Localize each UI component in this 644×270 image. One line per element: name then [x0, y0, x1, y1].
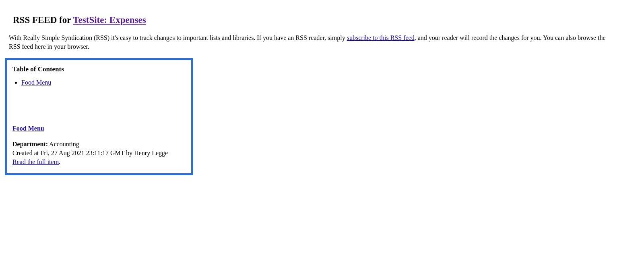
item-body: Department: Accounting Created at Fri, 2…	[12, 140, 186, 166]
toc-list: Food Menu	[21, 78, 186, 87]
item-title-link[interactable]: Food Menu	[12, 125, 44, 132]
heading-link[interactable]: TestSite: Expenses	[73, 15, 146, 25]
intro-paragraph: With Really Simple Syndication (RSS) it'…	[9, 33, 611, 51]
heading-prefix: RSS FEED for	[13, 15, 73, 25]
toc-item: Food Menu	[21, 78, 186, 87]
created-line: Created at Fri, 27 Aug 2021 23:11:17 GMT…	[12, 150, 168, 156]
read-full-item-link[interactable]: Read the full item	[12, 158, 59, 165]
intro-text-1: With Really Simple Syndication (RSS) it'…	[9, 34, 347, 41]
page-title: RSS FEED for TestSite: Expenses	[13, 14, 635, 26]
department-label: Department:	[12, 141, 48, 147]
item-title: Food Menu	[12, 124, 186, 133]
department-value: Accounting	[48, 141, 79, 147]
period: .	[59, 158, 60, 165]
content-highlight-box: Table of Contents Food Menu Food Menu De…	[5, 58, 193, 175]
spacer	[12, 89, 186, 124]
subscribe-link[interactable]: subscribe to this RSS feed	[347, 34, 415, 41]
toc-link-food-menu[interactable]: Food Menu	[21, 79, 51, 86]
toc-title: Table of Contents	[12, 65, 186, 74]
